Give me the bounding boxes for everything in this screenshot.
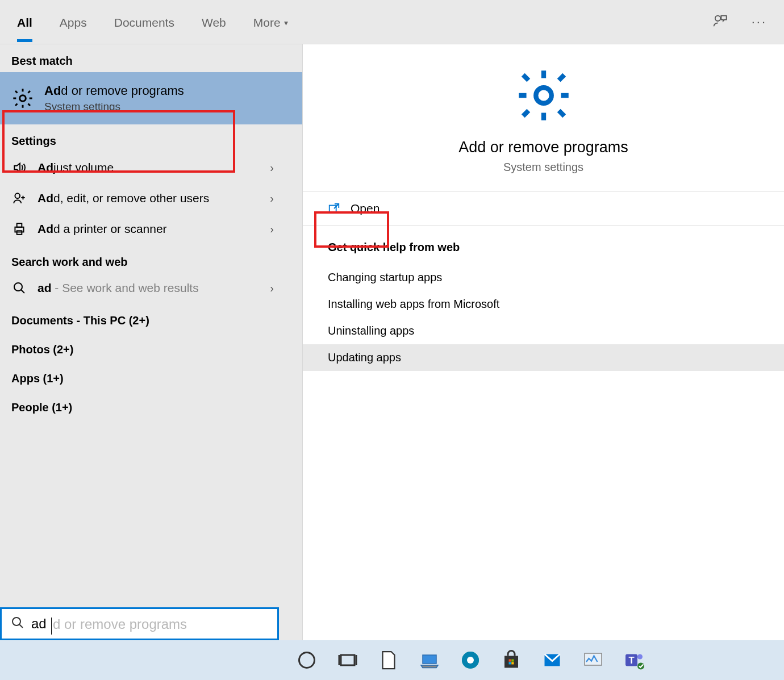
svg-point-2 [15,193,20,198]
settings-item-users[interactable]: Add, edit, or remove other users › [0,183,302,214]
best-match-title: Add or remove programs [44,84,184,98]
cortana-icon[interactable] [295,649,318,671]
svg-rect-4 [17,223,22,227]
chevron-right-icon: › [270,192,291,205]
tab-apps[interactable]: Apps [60,2,87,42]
svg-point-6 [14,283,22,291]
search-box[interactable] [0,607,279,640]
svg-rect-18 [509,662,511,664]
laptop-icon[interactable] [418,649,441,671]
svg-rect-15 [504,656,518,668]
more-options-icon[interactable]: ··· [752,15,767,30]
libreoffice-icon[interactable] [377,649,400,671]
help-link-webapps[interactable]: Installing web apps from Microsoft [303,291,784,318]
search-input[interactable] [31,616,268,632]
svg-rect-21 [585,653,602,665]
detail-subtitle: System settings [503,161,583,174]
search-icon [11,281,27,295]
search-web-label: Search work and web [0,244,302,273]
feedback-icon[interactable] [712,13,728,31]
volume-icon [11,160,27,175]
svg-point-7 [536,87,552,103]
gear-icon [11,87,34,110]
help-link-startup[interactable]: Changing startup apps [303,264,784,291]
svg-rect-5 [17,231,22,235]
help-link-update[interactable]: Updating apps [303,344,784,371]
mail-icon[interactable] [541,649,564,671]
svg-rect-11 [341,655,355,665]
svg-rect-16 [509,660,511,662]
svg-text:T: T [628,655,634,665]
quick-help-title: Get quick help from web [328,241,759,254]
settings-label: Settings [0,124,302,152]
web-result-item[interactable]: ad - See work and web results › [0,273,302,303]
svg-point-1 [20,95,26,102]
edge-icon[interactable] [459,649,482,671]
user-plus-icon [11,191,27,206]
svg-rect-19 [511,662,514,664]
taskbar: T [0,640,784,680]
apps-group-label[interactable]: Apps (1+) [0,361,302,390]
svg-point-10 [299,653,315,668]
people-label[interactable]: People (1+) [0,390,302,419]
text-caret [51,618,52,635]
chevron-right-icon: › [270,282,291,295]
detail-title: Add or remove programs [458,139,628,156]
tab-all[interactable]: All [17,2,32,42]
chevron-right-icon: › [270,161,291,174]
open-button[interactable]: Open [303,191,784,226]
settings-item-printer[interactable]: Add a printer or scanner › [0,214,302,244]
teams-icon[interactable]: T [623,649,645,671]
results-panel: Best match Add or remove programs System… [0,44,303,640]
svg-point-9 [12,618,20,625]
chevron-right-icon: › [270,223,291,236]
task-view-icon[interactable] [336,649,359,671]
best-match-item[interactable]: Add or remove programs System settings [0,72,302,124]
printer-icon [11,222,27,236]
best-match-label: Best match [0,44,302,72]
gear-icon-large [515,67,572,126]
detail-panel: Add or remove programs System settings O… [303,44,784,640]
svg-rect-17 [511,660,514,662]
svg-rect-8 [330,206,336,212]
svg-point-14 [467,657,474,664]
store-icon[interactable] [500,649,523,671]
best-match-subtitle: System settings [44,101,184,113]
search-icon [11,616,24,632]
tab-documents[interactable]: Documents [114,2,174,42]
tab-more[interactable]: More▾ [253,2,288,42]
help-link-uninstall[interactable]: Uninstalling apps [303,318,784,344]
monitor-app-icon[interactable] [582,649,604,671]
filter-tabs: All Apps Documents Web More▾ ··· [0,0,784,44]
svg-point-0 [715,15,720,20]
tab-web[interactable]: Web [202,2,226,42]
settings-item-volume[interactable]: Adjust volume › [0,152,302,183]
photos-label[interactable]: Photos (2+) [0,332,302,361]
documents-pc-label[interactable]: Documents - This PC (2+) [0,303,302,332]
svg-point-24 [637,654,643,660]
